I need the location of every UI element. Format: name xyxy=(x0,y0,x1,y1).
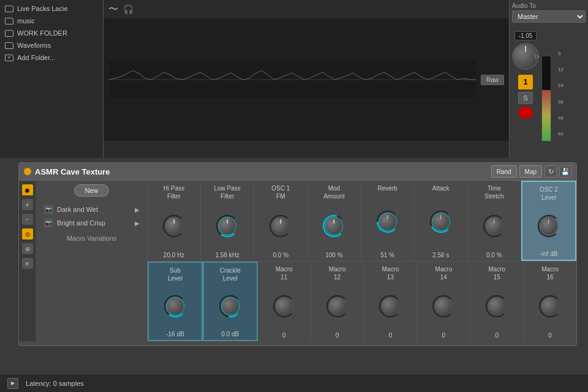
preset-name: Dark and Wet xyxy=(57,206,135,213)
waveform-icon: 〜 xyxy=(108,3,118,16)
file-item-music[interactable]: music xyxy=(0,15,103,27)
add-side-icon[interactable]: + xyxy=(22,199,33,210)
rack-power-dot[interactable] xyxy=(24,168,31,175)
file-label: Waveforms xyxy=(17,42,51,49)
macro-label: Macro15 xyxy=(488,265,505,281)
rack-content: ◉ + − ⊙ ⊜ ≡ New 📷 Dark and Wet ▶ 📷 xyxy=(19,181,576,341)
preset-arrow: ▶ xyxy=(135,206,140,213)
preset-camera-icon-2: 📷 xyxy=(43,218,53,228)
record-button[interactable] xyxy=(518,107,533,119)
macro-label: Low PassFilter xyxy=(214,184,241,200)
list-side-icon[interactable]: ≡ xyxy=(22,258,33,269)
macro-label: OSC 1FM xyxy=(271,184,290,200)
macro-knob-6[interactable] xyxy=(483,214,506,238)
macro-knob-7[interactable] xyxy=(537,214,560,238)
macro-knob-bot-7[interactable] xyxy=(538,295,562,318)
macro-col-bottom-4: Macro13 0 xyxy=(364,262,418,342)
macro-knob-bot-1[interactable] xyxy=(219,295,242,318)
preset-bright-crisp[interactable]: 📷 Bright and Crisp ▶ xyxy=(40,216,143,230)
vu-meter-area: 0 12 24 36 48 60 ▷ xyxy=(541,51,551,141)
file-label: Live Packs Lacie xyxy=(17,5,68,12)
macro-knob-bot-2[interactable] xyxy=(273,295,296,318)
save-icon-btn[interactable]: 💾 xyxy=(559,165,571,178)
macro-knob-1[interactable] xyxy=(216,214,239,238)
macro-col-top-4: Reverb 51 % xyxy=(361,181,415,261)
macro-label: OSC 2Level xyxy=(540,186,558,202)
refresh-icon-btn[interactable]: ↻ xyxy=(545,165,557,178)
macro-value: 0.0 % xyxy=(273,252,289,258)
macro-label: ModAmount xyxy=(323,184,344,200)
macro-label: SubLevel xyxy=(168,266,183,282)
macro-knob-bot-4[interactable] xyxy=(379,295,402,318)
folder-icon xyxy=(5,6,13,12)
macro-knob-bot-5[interactable] xyxy=(432,295,455,318)
macro-label: Macro13 xyxy=(382,265,399,281)
macro-col-top-6: TimeStretch 0.0 % xyxy=(468,181,521,261)
macro-knob-0[interactable] xyxy=(162,214,186,238)
macro-value: 20.0 Hz xyxy=(164,252,184,258)
macro-col-top-3: ModAmount 100 % xyxy=(307,181,361,261)
macro-col-top-7: OSC 2Level -inf dB xyxy=(521,181,576,261)
macro-value: 0 xyxy=(336,332,339,339)
side-icons: ◉ + − ⊙ ⊜ ≡ xyxy=(19,181,36,341)
folder-icon xyxy=(5,18,13,24)
macro-label: Macro14 xyxy=(435,265,452,281)
raw-button[interactable]: Raw xyxy=(481,75,504,85)
add-folder-icon: + xyxy=(5,55,13,61)
macro-value: 0 xyxy=(389,332,393,339)
macro-col-bottom-6: Macro15 0 xyxy=(470,262,524,342)
file-item-waveforms[interactable]: Waveforms xyxy=(0,39,103,51)
track-number-button[interactable]: 1 xyxy=(518,75,533,89)
file-item-add-folder[interactable]: + Add Folder... xyxy=(0,51,103,64)
macro-col-top-1: Low PassFilter 1.58 kHz xyxy=(201,181,254,261)
presets-panel: New 📷 Dark and Wet ▶ 📷 Bright and Crisp … xyxy=(36,181,147,341)
macro-knob-bot-3[interactable] xyxy=(326,295,349,318)
rack-title: ASMR Cave Texture xyxy=(35,167,491,176)
mixer-row: -1.05 1 S 0 12 24 36 48 xyxy=(512,31,586,141)
folder-icon xyxy=(5,42,13,49)
record-side-icon[interactable]: ⊜ xyxy=(22,243,33,254)
macro-knob-bot-6[interactable] xyxy=(485,295,508,318)
minus-side-icon[interactable]: − xyxy=(22,214,33,225)
macro-knob-3[interactable] xyxy=(322,214,345,238)
macro-col-bottom-0: SubLevel -16 dB xyxy=(148,262,203,342)
map-button[interactable]: Map xyxy=(519,165,542,178)
macro-knob-2[interactable] xyxy=(269,214,292,238)
macro-label: CrackleLevel xyxy=(220,266,241,282)
macro-knob-bot-0[interactable] xyxy=(164,295,187,318)
power-side-icon[interactable]: ◉ xyxy=(22,184,33,195)
file-label: music xyxy=(17,17,35,24)
macro-value: 0 xyxy=(282,332,286,339)
rand-button[interactable]: Rand xyxy=(491,165,517,178)
mixer-panel: Audio To Master -1.05 1 S xyxy=(510,0,588,158)
macro-col-bottom-3: Macro12 0 xyxy=(311,262,364,342)
solo-button[interactable]: S xyxy=(518,92,533,104)
macro-value: 100 % xyxy=(325,252,342,258)
macro-top-row: Hi PassFilter 20.0 Hz Low PassFilter 1.5… xyxy=(148,181,576,262)
file-item-live-packs[interactable]: Live Packs Lacie xyxy=(0,2,103,15)
preset-dark-wet[interactable]: 📷 Dark and Wet ▶ xyxy=(40,203,143,216)
macro-value: 2.56 s xyxy=(432,252,449,258)
macro-knob-5[interactable] xyxy=(429,210,453,233)
new-button[interactable]: New xyxy=(74,184,108,197)
play-icon: ▶ xyxy=(11,380,15,386)
file-item-work-folder[interactable]: WORK FOLDER xyxy=(0,27,103,39)
preset-camera-icon: 📷 xyxy=(43,205,53,214)
file-label: Add Folder... xyxy=(17,54,55,61)
macro-value: -16 dB xyxy=(166,331,184,337)
macro-col-top-5: Attack 2.56 s xyxy=(415,181,468,261)
random-side-icon[interactable]: ⊙ xyxy=(22,228,33,239)
macro-col-top-0: Hi PassFilter 20.0 Hz xyxy=(148,181,201,261)
rack-header: ASMR Cave Texture Rand Map ↻ 💾 xyxy=(19,163,576,181)
rack-macros: Hi PassFilter 20.0 Hz Low PassFilter 1.5… xyxy=(148,181,576,341)
play-button[interactable]: ▶ xyxy=(7,378,18,389)
macro-label: Hi PassFilter xyxy=(164,184,184,200)
macro-label: TimeStretch xyxy=(484,184,504,200)
audio-to-select[interactable]: Master xyxy=(512,10,586,23)
headphone-icon: 🎧 xyxy=(123,4,134,14)
bottom-bar: ▶ Latency: 0 samples xyxy=(0,374,588,392)
folder-icon xyxy=(5,30,13,37)
macro-value: 0.0 % xyxy=(486,252,502,258)
macro-knob-4[interactable] xyxy=(376,210,399,233)
macro-col-top-2: OSC 1FM 0.0 % xyxy=(254,181,307,261)
